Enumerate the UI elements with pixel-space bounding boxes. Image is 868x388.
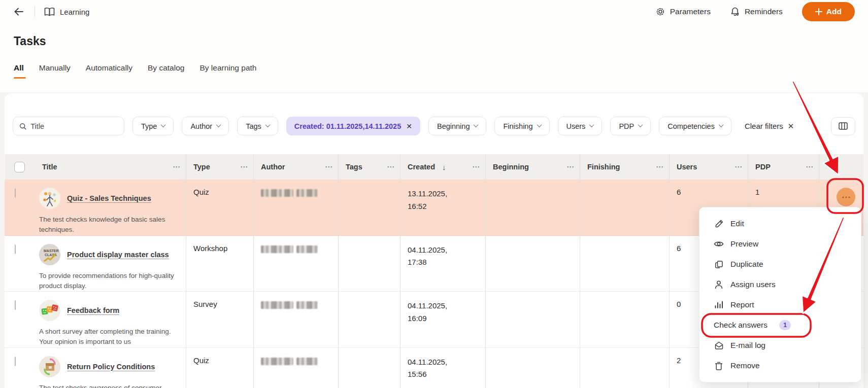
col-header-author[interactable]: Author⋯ [253,154,338,180]
remove-filter-icon[interactable]: ✕ [406,122,412,130]
col-header-tags[interactable]: Tags⋯ [338,154,400,180]
cell-type: Quiz [186,348,253,388]
parameters-label: Parameters [670,7,711,16]
title-search[interactable] [13,117,124,135]
header-area: Learning Parameters Reminders Add Tasks … [0,0,868,92]
filter-pdp[interactable]: PDP [610,117,651,135]
filter-finishing[interactable]: Finishing [494,117,549,135]
col-header-users[interactable]: Users⋯ [669,154,748,180]
row-context-menu: Edit Preview Duplicate Assign users Repo… [699,207,861,382]
column-menu-icon[interactable]: ⋯ [173,162,181,171]
row-checkbox[interactable] [15,244,16,254]
tab-all[interactable]: All [14,63,24,79]
task-description: A short survey after completing the trai… [39,327,175,347]
task-description: To provide recommendations for high-qual… [39,271,175,292]
feedback-smileys-icon [39,300,60,321]
chevron-down-icon [265,122,270,127]
gear-icon [655,7,665,17]
task-title-link[interactable]: Feedback form [67,306,119,314]
cell-finishing [580,292,669,348]
col-header-title[interactable]: Title⋯ [35,154,186,180]
filter-tags[interactable]: Tags [237,117,278,135]
menu-item-edit[interactable]: Edit [699,214,861,234]
cell-created: 04.11.2025,15:56 [400,348,485,388]
col-header-created[interactable]: Created↓⋯ [400,154,485,180]
select-all-checkbox[interactable] [14,162,25,172]
search-icon [19,122,26,130]
tab-manually[interactable]: Manually [39,63,71,79]
row-checkbox[interactable] [15,357,16,366]
row-checkbox[interactable] [15,300,16,310]
row-checkbox[interactable] [15,188,16,198]
menu-item-assign-users[interactable]: Assign users [699,274,861,295]
breadcrumb[interactable]: Learning [44,7,89,17]
tabs: All Manually Automatically By catalog By… [14,63,868,79]
filter-beginning[interactable]: Beginning [428,117,487,135]
column-menu-icon[interactable]: ⋯ [656,162,664,171]
col-header-pdp[interactable]: PDP⋯ [748,154,819,180]
row-actions-button[interactable] [837,188,855,206]
envelope-icon [714,341,724,350]
filter-users[interactable]: Users [558,117,603,135]
add-label: Add [826,7,842,16]
duplicate-icon [714,260,724,269]
column-menu-icon[interactable]: ⋯ [472,162,480,171]
chevron-down-icon [161,122,166,127]
sort-desc-icon[interactable]: ↓ [442,163,446,171]
reminders-label: Reminders [745,7,783,16]
tab-by-learning-path[interactable]: By learning path [199,63,256,79]
master-class-icon: MASTERCLASS [39,244,60,265]
col-header-actions [819,154,863,180]
filter-created-label: Created: 01.11.2025,14.11.2025 [294,122,401,130]
reminders-button[interactable]: Reminders [730,7,783,17]
check-answers-count-badge: 1 [779,320,791,330]
cell-author [253,292,338,348]
task-thumbnail: MASTERCLASS [39,244,60,265]
task-title-link[interactable]: Product display master class [67,251,169,259]
clear-filters-x-icon: ✕ [788,122,794,131]
filter-created-chip[interactable]: Created: 01.11.2025,14.11.2025 ✕ [286,117,420,135]
col-header-type[interactable]: Type⋯ [186,154,253,180]
tab-by-catalog[interactable]: By catalog [148,63,184,79]
col-header-beginning[interactable]: Beginning⋯ [485,154,580,180]
clear-filters-button[interactable]: Clear filters ✕ [745,122,794,131]
filter-author[interactable]: Author [182,117,229,135]
column-settings-button[interactable] [831,117,855,135]
chevron-down-icon [537,122,542,127]
cell-beginning [485,292,580,348]
pencil-icon [714,219,724,229]
column-menu-icon[interactable]: ⋯ [325,162,333,171]
back-button[interactable] [13,6,24,17]
filter-type[interactable]: Type [132,117,174,135]
cell-beginning [485,348,580,388]
bar-chart-icon [714,300,723,309]
filter-competencies[interactable]: Competencies [659,117,731,135]
trash-icon [714,361,723,371]
ellipsis-icon [842,196,850,198]
menu-item-report[interactable]: Report [699,295,861,315]
menu-item-email-log[interactable]: E-mail log [699,335,861,356]
column-menu-icon[interactable]: ⋯ [806,162,814,171]
task-description: The test checks knowledge of basic sales… [39,215,175,235]
menu-item-remove[interactable]: Remove [699,356,861,376]
cell-finishing [580,236,669,292]
column-menu-icon[interactable]: ⋯ [566,162,575,171]
search-input[interactable] [30,122,118,130]
task-thumbnail [39,188,60,209]
task-title-link[interactable]: Quiz - Sales Techniques [67,194,151,202]
column-menu-icon[interactable]: ⋯ [735,162,743,171]
column-menu-icon[interactable]: ⋯ [387,162,395,171]
menu-item-duplicate[interactable]: Duplicate [699,254,861,274]
tab-automatically[interactable]: Automatically [86,63,132,79]
column-menu-icon[interactable]: ⋯ [240,162,248,171]
cell-created: 04.11.2025,17:38 [400,236,485,292]
cell-type: Workshop [186,236,253,292]
menu-item-check-answers[interactable]: Check answers 1 [699,315,861,335]
chevron-down-icon [216,122,221,127]
author-redacted [261,358,332,365]
menu-item-preview[interactable]: Preview [699,234,861,254]
parameters-button[interactable]: Parameters [655,7,711,17]
task-title-link[interactable]: Return Policy Conditions [67,363,155,371]
col-header-finishing[interactable]: Finishing⋯ [580,154,669,180]
add-button[interactable]: Add [802,2,855,21]
